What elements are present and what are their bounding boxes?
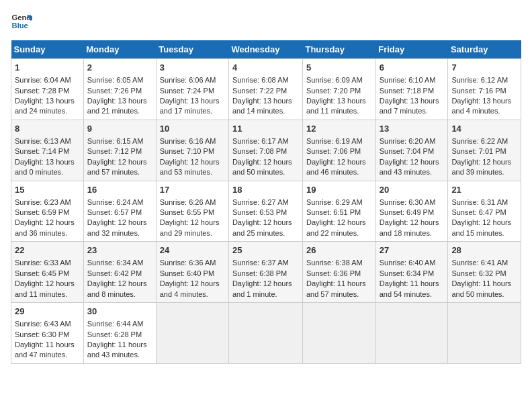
calendar-cell: 16Sunrise: 6:24 AMSunset: 6:57 PMDayligh… (83, 181, 156, 242)
calendar-cell: 25Sunrise: 6:37 AMSunset: 6:38 PMDayligh… (228, 242, 302, 303)
daylight-text: Daylight: 13 hours and 4 minutes. (451, 97, 511, 115)
daylight-text: Daylight: 12 hours and 39 minutes. (451, 158, 511, 176)
calendar-cell: 12Sunrise: 6:19 AMSunset: 7:06 PMDayligh… (302, 120, 375, 181)
daylight-text: Daylight: 12 hours and 15 minutes. (451, 218, 511, 236)
daylight-text: Daylight: 13 hours and 0 minutes. (15, 158, 75, 176)
logo-icon: General Blue (11, 11, 32, 32)
daylight-text: Daylight: 12 hours and 43 minutes. (380, 158, 439, 176)
daylight-text: Daylight: 13 hours and 21 minutes. (87, 97, 147, 115)
daylight-text: Daylight: 12 hours and 57 minutes. (87, 158, 147, 176)
sunset-text: Sunset: 7:04 PM (380, 147, 434, 155)
calendar-cell: 18Sunrise: 6:27 AMSunset: 6:53 PMDayligh… (228, 181, 302, 242)
sunset-text: Sunset: 6:36 PM (306, 269, 361, 277)
day-number: 29 (15, 306, 80, 318)
daylight-text: Daylight: 13 hours and 17 minutes. (160, 97, 220, 115)
sunrise-text: Sunrise: 6:37 AM (232, 259, 289, 267)
sunset-text: Sunset: 6:51 PM (306, 208, 361, 216)
sunrise-text: Sunrise: 6:36 AM (160, 259, 216, 267)
daylight-text: Daylight: 12 hours and 18 minutes. (380, 218, 439, 236)
day-number: 18 (232, 184, 299, 196)
sunset-text: Sunset: 7:22 PM (232, 87, 287, 95)
calendar-cell: 4Sunrise: 6:08 AMSunset: 7:22 PMDaylight… (228, 59, 302, 120)
calendar-cell (448, 303, 521, 364)
sunset-text: Sunset: 6:47 PM (451, 208, 506, 216)
sunrise-text: Sunrise: 6:16 AM (160, 137, 216, 145)
calendar-cell (156, 303, 228, 364)
day-number: 27 (380, 244, 445, 257)
sunrise-text: Sunrise: 6:41 AM (451, 259, 508, 267)
calendar-cell (302, 303, 375, 364)
sunrise-text: Sunrise: 6:30 AM (380, 198, 436, 206)
day-number: 8 (15, 123, 80, 135)
sunrise-text: Sunrise: 6:27 AM (232, 198, 289, 206)
day-number: 17 (160, 184, 225, 196)
sunrise-text: Sunrise: 6:31 AM (451, 198, 508, 206)
sunrise-text: Sunrise: 6:26 AM (160, 198, 216, 206)
calendar-row: 15Sunrise: 6:23 AMSunset: 6:59 PMDayligh… (11, 181, 521, 242)
calendar-cell: 20Sunrise: 6:30 AMSunset: 6:49 PMDayligh… (375, 181, 448, 242)
calendar-cell: 22Sunrise: 6:33 AMSunset: 6:45 PMDayligh… (11, 242, 84, 303)
calendar-cell: 24Sunrise: 6:36 AMSunset: 6:40 PMDayligh… (156, 242, 228, 303)
calendar-cell: 7Sunrise: 6:12 AMSunset: 7:16 PMDaylight… (448, 59, 521, 120)
calendar-cell: 19Sunrise: 6:29 AMSunset: 6:51 PMDayligh… (302, 181, 375, 242)
sunset-text: Sunset: 6:34 PM (380, 269, 434, 277)
day-number: 4 (232, 62, 299, 74)
sunrise-text: Sunrise: 6:33 AM (15, 259, 71, 267)
sunrise-text: Sunrise: 6:29 AM (306, 198, 363, 206)
day-number: 15 (15, 184, 80, 196)
day-number: 30 (87, 306, 152, 318)
calendar-cell: 8Sunrise: 6:13 AMSunset: 7:14 PMDaylight… (11, 120, 84, 181)
calendar-header-cell: Sunday (11, 40, 84, 59)
calendar-cell (375, 303, 448, 364)
sunrise-text: Sunrise: 6:38 AM (306, 259, 363, 267)
daylight-text: Daylight: 12 hours and 4 minutes. (160, 279, 220, 298)
calendar-cell: 23Sunrise: 6:34 AMSunset: 6:42 PMDayligh… (83, 242, 156, 303)
day-number: 14 (451, 123, 517, 135)
calendar-header-cell: Friday (375, 40, 448, 59)
calendar-cell: 13Sunrise: 6:20 AMSunset: 7:04 PMDayligh… (375, 120, 448, 181)
daylight-text: Daylight: 12 hours and 32 minutes. (87, 218, 147, 236)
header: General Blue (11, 11, 521, 32)
calendar-header-cell: Monday (83, 40, 156, 59)
calendar-cell (228, 303, 302, 364)
daylight-text: Daylight: 12 hours and 8 minutes. (87, 279, 147, 298)
sunrise-text: Sunrise: 6:13 AM (15, 137, 71, 145)
sunset-text: Sunset: 6:40 PM (160, 269, 214, 277)
sunset-text: Sunset: 7:10 PM (160, 147, 214, 155)
sunset-text: Sunset: 6:38 PM (232, 269, 287, 277)
daylight-text: Daylight: 12 hours and 46 minutes. (306, 158, 366, 176)
calendar-cell: 3Sunrise: 6:06 AMSunset: 7:24 PMDaylight… (156, 59, 228, 120)
calendar-cell: 14Sunrise: 6:22 AMSunset: 7:01 PMDayligh… (448, 120, 521, 181)
sunset-text: Sunset: 7:24 PM (160, 87, 214, 95)
calendar-cell: 6Sunrise: 6:10 AMSunset: 7:18 PMDaylight… (375, 59, 448, 120)
day-number: 6 (380, 62, 445, 74)
sunset-text: Sunset: 6:53 PM (232, 208, 287, 216)
calendar-cell: 5Sunrise: 6:09 AMSunset: 7:20 PMDaylight… (302, 59, 375, 120)
sunrise-text: Sunrise: 6:22 AM (451, 137, 508, 145)
calendar-row: 22Sunrise: 6:33 AMSunset: 6:45 PMDayligh… (11, 242, 521, 303)
calendar-cell: 9Sunrise: 6:15 AMSunset: 7:12 PMDaylight… (83, 120, 156, 181)
daylight-text: Daylight: 11 hours and 43 minutes. (87, 340, 147, 359)
sunrise-text: Sunrise: 6:19 AM (306, 137, 363, 145)
daylight-text: Daylight: 12 hours and 22 minutes. (306, 218, 366, 236)
sunset-text: Sunset: 6:49 PM (380, 208, 434, 216)
daylight-text: Daylight: 13 hours and 14 minutes. (232, 97, 292, 115)
sunset-text: Sunset: 7:14 PM (15, 147, 69, 155)
sunset-text: Sunset: 7:08 PM (232, 147, 287, 155)
calendar-row: 29Sunrise: 6:43 AMSunset: 6:30 PMDayligh… (11, 303, 521, 364)
sunrise-text: Sunrise: 6:10 AM (380, 76, 436, 84)
daylight-text: Daylight: 11 hours and 54 minutes. (380, 279, 439, 298)
sunset-text: Sunset: 6:32 PM (451, 269, 506, 277)
sunrise-text: Sunrise: 6:12 AM (451, 76, 508, 84)
calendar-row: 1Sunrise: 6:04 AMSunset: 7:28 PMDaylight… (11, 59, 521, 120)
calendar-cell: 21Sunrise: 6:31 AMSunset: 6:47 PMDayligh… (448, 181, 521, 242)
daylight-text: Daylight: 12 hours and 11 minutes. (15, 279, 75, 298)
day-number: 20 (380, 184, 445, 196)
calendar-cell: 30Sunrise: 6:44 AMSunset: 6:28 PMDayligh… (83, 303, 156, 364)
day-number: 11 (232, 123, 299, 135)
daylight-text: Daylight: 11 hours and 57 minutes. (306, 279, 366, 298)
day-number: 24 (160, 244, 225, 257)
calendar-cell: 1Sunrise: 6:04 AMSunset: 7:28 PMDaylight… (11, 59, 84, 120)
day-number: 5 (306, 62, 372, 74)
day-number: 26 (306, 244, 372, 257)
